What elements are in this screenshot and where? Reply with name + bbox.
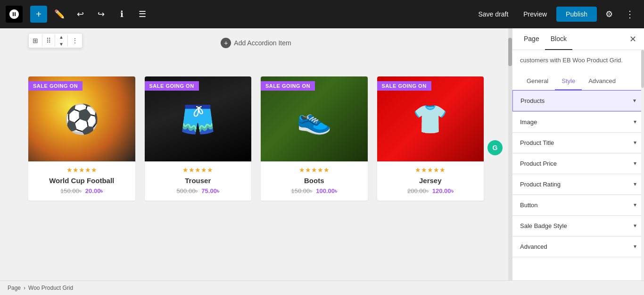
accordion-header-advanced[interactable]: Advanced ▾ xyxy=(512,236,644,257)
accordion-label-product-title: Product Title xyxy=(520,139,554,146)
preview-button[interactable]: Preview xyxy=(518,8,553,21)
sale-badge: SALE GOING ON xyxy=(145,81,199,91)
original-price: 150.00৳ xyxy=(60,187,82,195)
accordion-header-product-price[interactable]: Product Price ▾ xyxy=(512,153,644,174)
main-area: ⊞ ⠿ ▲ ▼ ⋮ + Add Accordion Item ⚽ xyxy=(0,28,644,280)
sidebar-description: customers with EB Woo Product Grid. xyxy=(512,50,644,73)
publish-button[interactable]: Publish xyxy=(556,7,597,22)
accordion-header-image[interactable]: Image ▾ xyxy=(512,112,644,132)
breadcrumb-page: Page xyxy=(8,285,21,291)
accordion-item-image: Image ▾ xyxy=(512,112,644,133)
product-rating: ★★★★★ xyxy=(261,161,368,177)
editor-scrollbar-thumb[interactable] xyxy=(508,38,512,66)
sale-price: 75.00৳ xyxy=(201,187,219,195)
tab-block[interactable]: Block xyxy=(545,28,572,50)
accordion-chevron-product-rating: ▾ xyxy=(634,181,636,187)
accordion-item-products: Products ▾ xyxy=(512,90,644,112)
editor-area: ⊞ ⠿ ▲ ▼ ⋮ + Add Accordion Item ⚽ xyxy=(0,28,512,280)
accordion-header-sale-badge[interactable]: Sale Badge Style ▾ xyxy=(512,216,644,236)
sidebar-scrollbar-thumb[interactable] xyxy=(641,50,644,88)
accordion-list: Products ▾ Image ▾ Product Title ▾ Produ… xyxy=(512,90,644,257)
list-view-button[interactable]: ☰ xyxy=(134,6,151,23)
product-rating: ★★★★★ xyxy=(28,161,135,177)
product-card: 👕 SALE GOING ON ★★★★★ Jersey 200.00৳ 120… xyxy=(377,76,484,201)
accordion-label-button: Button xyxy=(520,202,538,209)
sale-badge: SALE GOING ON xyxy=(261,81,315,91)
block-more-button[interactable]: ⋮ xyxy=(68,34,82,47)
product-title: Trouser xyxy=(145,177,252,187)
tab-style[interactable]: Style xyxy=(555,73,582,90)
tab-page[interactable]: Page xyxy=(518,28,545,50)
block-grid-button[interactable]: ⊞ xyxy=(29,34,42,47)
product-title: Jersey xyxy=(377,177,484,187)
accordion-chevron-button: ▾ xyxy=(634,202,636,208)
products-grid: ⚽ SALE GOING ON ★★★★★ World Cup Football… xyxy=(28,58,484,201)
sidebar: Page Block ✕ customers with EB Woo Produ… xyxy=(512,28,644,280)
accordion-header-product-rating[interactable]: Product Rating ▾ xyxy=(512,174,644,194)
accordion-item-advanced: Advanced ▾ xyxy=(512,236,644,257)
add-accordion-section: + Add Accordion Item xyxy=(28,38,484,48)
main-toolbar: + ✏️ ↩ ↪ ℹ ☰ Save draft Preview Publish … xyxy=(0,0,644,28)
sale-badge: SALE GOING ON xyxy=(28,81,83,91)
editor-wrapper: ⊞ ⠿ ▲ ▼ ⋮ + Add Accordion Item ⚽ xyxy=(0,28,512,280)
tab-general[interactable]: General xyxy=(520,73,555,90)
sale-price: 100.00৳ xyxy=(316,187,337,195)
accordion-label-image: Image xyxy=(520,118,537,126)
accordion-chevron-product-title: ▾ xyxy=(634,139,636,146)
editor-scrollbar-track[interactable] xyxy=(508,28,512,280)
style-tabs: General Style Advanced xyxy=(512,73,644,90)
product-prices: 500.00৳ 75.00৳ xyxy=(145,187,252,201)
accordion-chevron-product-price: ▾ xyxy=(634,160,636,167)
product-title: Boots xyxy=(261,177,368,187)
accordion-chevron-products: ▾ xyxy=(633,97,636,104)
original-price: 150.00৳ xyxy=(291,187,312,195)
product-card: ⚽ SALE GOING ON ★★★★★ World Cup Football… xyxy=(28,76,135,201)
product-prices: 150.00৳ 20.00৳ xyxy=(28,187,135,201)
sidebar-scrollbar-track[interactable] xyxy=(641,50,644,280)
grammarly-icon: G xyxy=(487,140,503,155)
more-options-button[interactable]: ⋮ xyxy=(621,7,638,22)
sidebar-close-button[interactable]: ✕ xyxy=(627,32,638,46)
original-price: 500.00৳ xyxy=(177,187,198,195)
product-title: World Cup Football xyxy=(28,177,135,187)
accordion-chevron-sale-badge: ▾ xyxy=(634,222,636,229)
breadcrumb: Page › Woo Product Grid xyxy=(0,280,644,295)
accordion-item-product-rating: Product Rating ▾ xyxy=(512,174,644,195)
product-prices: 150.00৳ 100.00৳ xyxy=(261,187,368,201)
accordion-label-product-price: Product Price xyxy=(520,160,557,167)
tab-advanced[interactable]: Advanced xyxy=(582,73,622,90)
breadcrumb-separator: › xyxy=(24,285,25,291)
block-move-up-button[interactable]: ▲ xyxy=(55,34,67,41)
info-button[interactable]: ℹ xyxy=(113,6,130,23)
stars: ★★★★★ xyxy=(299,166,330,174)
product-rating: ★★★★★ xyxy=(377,161,484,177)
redo-button[interactable]: ↪ xyxy=(92,6,109,23)
sidebar-content: customers with EB Woo Product Grid. Gene… xyxy=(512,50,644,280)
accordion-item-sale-badge: Sale Badge Style ▾ xyxy=(512,216,644,236)
stars: ★★★★★ xyxy=(182,166,213,174)
edit-icon-button[interactable]: ✏️ xyxy=(51,6,68,23)
product-card: 🩳 SALE GOING ON ★★★★★ Trouser 500.00৳ 75… xyxy=(145,76,252,201)
accordion-label-product-rating: Product Rating xyxy=(520,181,561,188)
accordion-label-advanced: Advanced xyxy=(520,243,547,250)
block-move-down-button[interactable]: ▼ xyxy=(55,41,67,48)
sale-badge: SALE GOING ON xyxy=(377,81,431,91)
accordion-header-products[interactable]: Products ▾ xyxy=(512,90,644,111)
product-card: 👟 SALE GOING ON ★★★★★ Boots 150.00৳ 100.… xyxy=(261,76,368,201)
settings-button[interactable]: ⚙ xyxy=(601,6,618,23)
accordion-label-sale-badge: Sale Badge Style xyxy=(520,222,567,229)
add-block-button[interactable]: + xyxy=(30,6,47,23)
add-accordion-label[interactable]: Add Accordion Item xyxy=(234,39,291,47)
original-price: 200.00৳ xyxy=(407,187,429,195)
block-drag-handle[interactable]: ⠿ xyxy=(42,34,55,47)
sidebar-tabs: Page Block ✕ xyxy=(512,28,644,50)
accordion-header-button[interactable]: Button ▾ xyxy=(512,195,644,215)
add-accordion-icon: + xyxy=(221,38,231,48)
stars: ★★★★★ xyxy=(66,166,97,174)
accordion-label-products: Products xyxy=(520,97,545,104)
accordion-header-product-title[interactable]: Product Title ▾ xyxy=(512,133,644,153)
stars: ★★★★★ xyxy=(415,166,446,174)
save-draft-button[interactable]: Save draft xyxy=(472,8,514,21)
accordion-item-product-title: Product Title ▾ xyxy=(512,133,644,153)
undo-button[interactable]: ↩ xyxy=(72,6,89,23)
